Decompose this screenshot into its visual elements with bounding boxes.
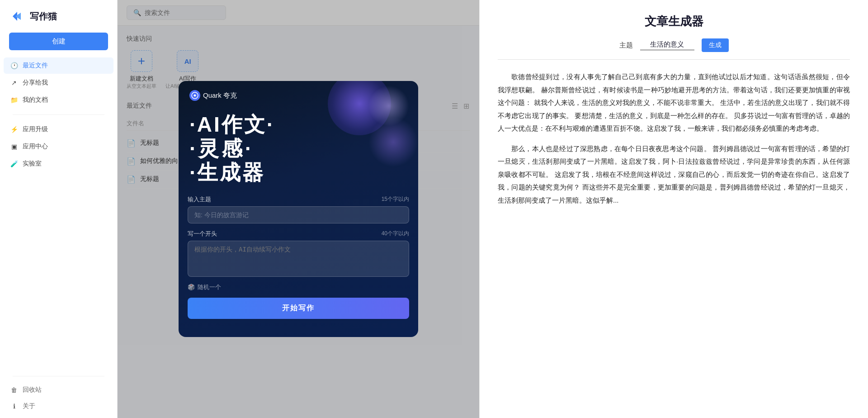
info-icon: ℹ <box>10 402 18 410</box>
sidebar-divider-2 <box>13 376 104 376</box>
quark-icon <box>189 90 200 101</box>
ai-form: 输入主题 15个字以内 写一个开头 40个字以内 🎲 随机一个 开始写作 <box>179 195 418 319</box>
article-meta-row: 主题 生活的意义 生成 <box>498 38 850 60</box>
sidebar-item-upgrade[interactable]: ⚡ 应用升级 <box>4 121 113 138</box>
app-logo-icon <box>11 9 25 24</box>
topic-limit: 15个字以内 <box>382 195 409 203</box>
app-name: 写作猫 <box>30 10 57 23</box>
title-line2: ·灵感· <box>189 137 407 161</box>
sidebar-item-recent[interactable]: 🕐 最近文件 <box>4 57 113 74</box>
article-paragraph-1: 歌德曾经提到过，没有人事先了解自己己到底有多大的力量，直到他试过以后才知道。这句… <box>498 71 850 135</box>
modal-bottom-spacer <box>179 319 418 328</box>
title-line3: ·生成器 <box>189 161 407 185</box>
sidebar-item-trash[interactable]: 🗑 回收站 <box>4 382 113 398</box>
sidebar-item-app-center[interactable]: ▣ 应用中心 <box>4 138 113 155</box>
article-paragraph-2: 那么，本人也是经过了深思熟虑，在每个日日夜夜思考这个问题。 普列姆昌德说过一句富… <box>498 142 850 207</box>
clock-icon: 🕐 <box>10 62 18 70</box>
start-write-button[interactable]: 开始写作 <box>188 298 409 319</box>
sidebar-nav: 🕐 最近文件 ↗ 分享给我 📁 我的文档 ⚡ 应用升级 ▣ 应用中心 🧪 实验室 <box>0 57 117 172</box>
random-btn-label: 随机一个 <box>198 283 221 291</box>
sidebar-item-docs[interactable]: 📁 我的文档 <box>4 92 113 108</box>
trash-icon: 🗑 <box>10 386 18 394</box>
article-body: 歌德曾经提到过，没有人事先了解自己己到底有多大的力量，直到他试过以后才知道。这句… <box>498 71 850 207</box>
sidebar-divider-1 <box>13 114 104 115</box>
sidebar-item-recent-label: 最近文件 <box>23 62 48 70</box>
modal-title-area: ·AI作文· ·灵感· ·生成器 <box>179 108 418 195</box>
intro-label-row: 写一个开头 40个字以内 <box>188 230 409 238</box>
topic-input[interactable] <box>188 206 409 223</box>
meta-label: 主题 <box>619 41 633 50</box>
grid-icon: ▣ <box>10 142 18 151</box>
article-panel: 文章生成器 主题 生活的意义 生成 歌德曾经提到过，没有人事先了解自己己到底有多… <box>479 0 868 418</box>
sidebar: 写作猫 创建 🕐 最近文件 ↗ 分享给我 📁 我的文档 ⚡ 应用升级 ▣ 应用中… <box>0 0 118 418</box>
meta-value: 生活的意义 <box>640 40 694 50</box>
lab-icon: 🧪 <box>10 160 18 168</box>
sidebar-item-about[interactable]: ℹ 关于 <box>4 398 113 414</box>
modal-overlay: Quark 夸克 ·AI作文· ·灵感· ·生成器 输入主题 15个字以内 写一… <box>118 0 479 418</box>
sidebar-bottom: 🗑 回收站 ℹ 关于 <box>0 367 117 418</box>
modal-big-title: ·AI作文· ·灵感· ·生成器 <box>189 113 407 185</box>
intro-textarea[interactable] <box>188 241 409 277</box>
topic-label: 输入主题 <box>188 195 211 204</box>
title-line1: ·AI作文· <box>189 113 407 137</box>
sidebar-item-docs-label: 我的文档 <box>23 96 48 104</box>
folder-icon: 📁 <box>10 96 18 104</box>
quark-logo: Quark 夸克 <box>189 90 237 101</box>
logo-area: 写作猫 <box>0 0 117 33</box>
generate-button[interactable]: 生成 <box>702 38 729 52</box>
article-panel-title: 文章生成器 <box>498 14 850 29</box>
sidebar-item-lab-label: 实验室 <box>23 160 42 168</box>
random-button[interactable]: 🎲 随机一个 <box>188 283 221 291</box>
upgrade-icon: ⚡ <box>10 125 18 133</box>
sidebar-item-shared-label: 分享给我 <box>23 79 48 87</box>
sidebar-item-app-center-label: 应用中心 <box>23 142 48 151</box>
intro-limit: 40个字以内 <box>382 230 409 238</box>
sidebar-item-about-label: 关于 <box>23 402 35 410</box>
dice-icon: 🎲 <box>188 284 195 290</box>
share-icon: ↗ <box>10 79 18 87</box>
intro-label: 写一个开头 <box>188 230 217 238</box>
sidebar-item-shared[interactable]: ↗ 分享给我 <box>4 75 113 91</box>
sidebar-item-lab[interactable]: 🧪 实验室 <box>4 156 113 172</box>
ai-modal: Quark 夸克 ·AI作文· ·灵感· ·生成器 输入主题 15个字以内 写一… <box>179 81 418 337</box>
topic-label-row: 输入主题 15个字以内 <box>188 195 409 204</box>
sidebar-item-trash-label: 回收站 <box>23 386 42 394</box>
quark-label: Quark 夸克 <box>203 91 237 100</box>
create-button[interactable]: 创建 <box>9 33 108 50</box>
sidebar-item-upgrade-label: 应用升级 <box>23 125 48 133</box>
